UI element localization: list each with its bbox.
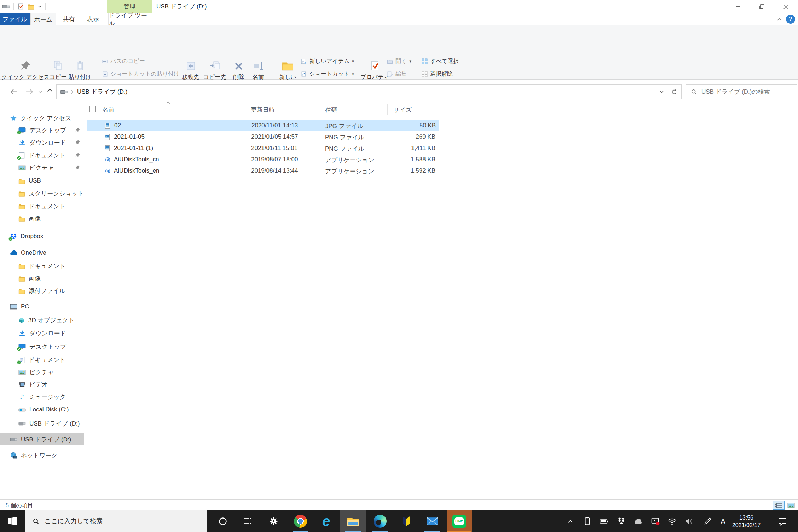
sidebar-item-usb-drive-root[interactable]: USB ドライブ (D:) <box>0 433 84 445</box>
qat-properties-icon[interactable] <box>17 3 24 10</box>
sidebar-item-od-attachments[interactable]: 添付ファイル <box>0 285 84 297</box>
sidebar-item-pc-downloads[interactable]: ダウンロード <box>0 327 84 339</box>
file-row[interactable]: 02 2020/11/01 14:13 JPG ファイル 50 KB <box>87 120 439 131</box>
explorer-search-box[interactable] <box>686 84 797 99</box>
sidebar-item-pictures[interactable]: ピクチャ <box>0 162 84 174</box>
sidebar-item-usb-drive-d[interactable]: USB ドライブ (D:) <box>0 417 84 429</box>
tab-file[interactable]: ファイル <box>0 13 30 25</box>
column-header-size[interactable]: サイズ <box>393 106 412 114</box>
tab-home[interactable]: ホーム <box>30 13 56 25</box>
tablet-mode-icon[interactable] <box>582 510 593 532</box>
sidebar-item-screenshots[interactable]: スクリーンショット <box>0 187 84 200</box>
sidebar-item-documents-folder[interactable]: ドキュメント <box>0 200 84 212</box>
task-view-button[interactable] <box>235 510 260 532</box>
column-header-date[interactable]: 更新日時 <box>251 106 275 114</box>
qat-new-folder-icon[interactable] <box>28 4 34 10</box>
sidebar-item-videos[interactable]: ビデオ <box>0 378 84 391</box>
edge-icon[interactable] <box>367 510 393 532</box>
address-dropdown-icon[interactable] <box>655 85 668 98</box>
line-app-button[interactable]: LINE <box>447 510 472 532</box>
tab-view[interactable]: 表示 <box>82 13 104 25</box>
tray-overflow-chevron-icon[interactable] <box>565 510 576 532</box>
settings-gear-icon[interactable] <box>261 510 286 532</box>
file-explorer-button[interactable] <box>340 510 366 532</box>
start-button[interactable] <box>0 510 25 532</box>
refresh-icon[interactable] <box>668 85 681 98</box>
sidebar-item-downloads[interactable]: ダウンロード <box>0 137 84 149</box>
sidebar-item-pc-desktop[interactable]: デスクトップ <box>0 341 84 353</box>
sidebar-item-quick-access[interactable]: クイック アクセス <box>0 112 84 124</box>
sidebar-item-music[interactable]: ♪ミュージック <box>0 391 84 403</box>
minimize-button[interactable] <box>726 0 750 13</box>
close-button[interactable] <box>774 0 798 13</box>
explorer-search-input[interactable] <box>701 88 790 96</box>
mail-icon[interactable] <box>420 510 445 532</box>
file-row[interactable]: 2021-01-11 (1) 2021/01/11 15:01 PNG ファイル… <box>87 143 439 154</box>
app-icon[interactable] <box>393 510 419 532</box>
sidebar-item-pc-documents[interactable]: ドキュメント <box>0 354 84 366</box>
sidebar-item-od-documents[interactable]: ドキュメント <box>0 260 84 272</box>
sidebar-item-usb-folder[interactable]: USB <box>0 175 84 187</box>
screen-share-recording-icon[interactable] <box>649 510 661 532</box>
sidebar-item-network[interactable]: ネットワーク <box>0 449 84 461</box>
chrome-icon[interactable] <box>288 510 313 532</box>
sidebar-item-dropbox[interactable]: Dropbox <box>0 230 84 242</box>
sidebar-item-documents[interactable]: ドキュメント <box>0 149 84 161</box>
collapse-ribbon-icon[interactable] <box>775 15 784 23</box>
sidebar-item-od-images[interactable]: 画像 <box>0 272 84 284</box>
column-resize-handle[interactable] <box>387 104 388 115</box>
recent-locations-chevron-icon[interactable] <box>36 84 44 99</box>
tab-share[interactable]: 共有 <box>58 13 80 25</box>
sidebar-item-3d-objects[interactable]: 3D オブジェクト <box>0 314 84 326</box>
wifi-icon[interactable] <box>666 510 678 532</box>
qat-customize-chevron-icon[interactable] <box>38 5 42 8</box>
sidebar-item-label: PC <box>21 303 29 310</box>
sidebar-item-onedrive[interactable]: OneDrive <box>0 247 84 259</box>
taskbar-search-input[interactable] <box>45 517 193 525</box>
help-icon[interactable]: ? <box>786 15 795 24</box>
column-header-type[interactable]: 種類 <box>325 106 337 114</box>
pen-input-icon[interactable] <box>702 510 713 532</box>
battery-icon[interactable] <box>598 510 610 532</box>
taskbar-clock[interactable]: 13:56 2021/02/17 <box>725 510 768 532</box>
shortcut-button[interactable]: ショートカット ▾ <box>301 69 354 79</box>
restore-button[interactable] <box>750 0 774 13</box>
column-resize-handle[interactable] <box>318 104 318 115</box>
new-item-button[interactable]: 新しいアイテム ▾ <box>301 56 354 66</box>
details-view-button[interactable] <box>773 501 785 510</box>
dropbox-tray-icon[interactable] <box>615 510 627 532</box>
thumbnail-view-button[interactable] <box>785 501 797 510</box>
cortana-button[interactable] <box>210 510 235 532</box>
breadcrumb-drive-label[interactable]: USB ドライブ (D:) <box>77 88 127 96</box>
sidebar-item-pc-pictures[interactable]: ピクチャ <box>0 366 84 378</box>
sidebar-item-local-disk-c[interactable]: Local Disk (C:) <box>0 404 84 416</box>
up-button[interactable] <box>45 84 55 99</box>
file-size: 1,411 KB <box>387 145 435 152</box>
paste-shortcut-button[interactable]: ショートカットの貼り付け <box>102 69 179 79</box>
edit-button[interactable]: 編集 <box>387 69 407 79</box>
file-row[interactable]: AiUDiskTools_cn 2019/08/07 18:00 アプリケーショ… <box>87 154 439 166</box>
internet-explorer-icon[interactable]: e <box>313 510 339 532</box>
back-button[interactable] <box>8 84 20 99</box>
volume-icon[interactable] <box>683 510 695 532</box>
onedrive-tray-icon[interactable] <box>632 510 644 532</box>
column-header-name[interactable]: 名前 <box>102 106 114 114</box>
column-resize-handle[interactable] <box>249 104 249 115</box>
sidebar-item-pc[interactable]: PC <box>0 301 84 313</box>
taskbar-search-box[interactable] <box>25 510 207 532</box>
file-row[interactable]: 2021-01-05 2021/01/05 14:57 PNG ファイル 269… <box>87 132 439 143</box>
address-bar[interactable]: USB ドライブ (D:) <box>56 84 682 99</box>
select-none-button[interactable]: 選択解除 <box>422 69 453 79</box>
select-all-button[interactable]: すべて選択 <box>422 56 459 66</box>
open-button[interactable]: 開く ▾ <box>387 56 411 66</box>
forward-button[interactable] <box>23 84 35 99</box>
file-row[interactable]: AiUDiskTools_en 2019/08/14 13:44 アプリケーショ… <box>87 166 439 177</box>
select-all-checkbox[interactable] <box>89 106 96 112</box>
copy-path-button[interactable]: パスのコピー <box>102 56 145 66</box>
sidebar-item-desktop[interactable]: デスクトップ <box>0 124 84 136</box>
sidebar-item-images-folder[interactable]: 画像 <box>0 213 84 225</box>
column-resize-handle[interactable] <box>438 104 438 115</box>
tab-drive-tools[interactable]: ドライブ ツール <box>108 13 148 25</box>
notification-center-icon[interactable] <box>775 510 790 532</box>
breadcrumb-chevron-icon[interactable] <box>71 90 74 94</box>
